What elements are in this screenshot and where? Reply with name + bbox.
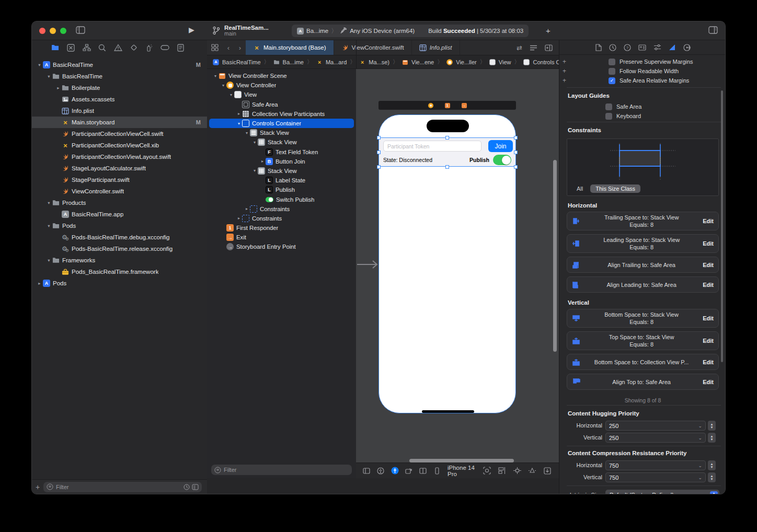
stepper[interactable]: ▲▼ (708, 433, 716, 443)
outline-row[interactable]: ▸Collection View Participants (209, 109, 354, 119)
edit-button[interactable]: Edit (703, 359, 714, 365)
run-destination[interactable]: Any iOS Device (arm64) (350, 28, 415, 34)
selection-handle[interactable] (445, 136, 449, 140)
outline-row[interactable]: ▾Stack View (209, 137, 354, 147)
checkbox[interactable] (605, 103, 612, 110)
disclosure-icon[interactable]: ▾ (251, 168, 258, 173)
stepper[interactable]: ▲▼ (708, 472, 716, 482)
disclosure-icon[interactable]: ▸ (55, 85, 62, 90)
outline-row[interactable]: 1First Responder (209, 223, 354, 233)
checkbox[interactable] (609, 59, 615, 65)
compression-resistance-vertical-combo[interactable]: 750⌄ (605, 472, 706, 482)
inspector-toggle-icon[interactable] (708, 26, 718, 34)
disclosure-icon[interactable]: ▸ (236, 111, 242, 116)
file-tree-row[interactable]: Info.plist (32, 105, 207, 117)
outline-toggle-icon[interactable] (362, 467, 371, 475)
first-responder-dock-icon[interactable]: 1 (445, 103, 450, 108)
constraint-card[interactable]: Align Leading to: Safe AreaEdit (567, 276, 719, 293)
disclosure-icon[interactable]: ▾ (236, 121, 242, 126)
outline-row[interactable]: Switch Publish (209, 194, 354, 204)
join-button[interactable]: Join (488, 140, 513, 152)
content-hugging-horizontal-combo[interactable]: 250⌄ (605, 421, 706, 431)
breadcrumb-item[interactable]: Vie...ene (402, 59, 434, 66)
view-controller-dock-icon[interactable] (428, 103, 433, 108)
run-button[interactable]: ▶ (189, 26, 194, 34)
constraint-card[interactable]: Bottom Space to: Stack ViewEquals: 8Edit (567, 309, 719, 328)
recent-files-icon[interactable] (183, 484, 190, 490)
test-navigator-icon[interactable] (145, 43, 154, 52)
outline-row[interactable]: ▾View Controller (209, 80, 354, 90)
disclosure-icon[interactable]: ▾ (45, 258, 52, 263)
report-navigator-icon[interactable] (176, 43, 185, 52)
file-tree-row[interactable]: StageLayoutCalculator.swift (32, 163, 207, 174)
edit-button[interactable]: Edit (703, 379, 714, 385)
file-tree-row[interactable]: ▾ABasicRealTimeM (32, 59, 207, 71)
file-tree-row[interactable]: ▸APods (32, 277, 207, 289)
checkbox[interactable] (605, 113, 612, 120)
controls-container-view[interactable]: Participant Token Join State: Disconnect… (378, 137, 516, 167)
constraint-card[interactable]: Leading Space to: Stack ViewEquals: 8Edi… (567, 234, 719, 253)
checkbox[interactable] (609, 68, 615, 75)
issue-navigator-icon[interactable] (66, 43, 75, 52)
disclosure-icon[interactable]: ▸ (259, 159, 266, 164)
constraint-card[interactable]: Align Top to: Safe AreaEdit (567, 374, 719, 390)
canvas-horizontal-scrollbar[interactable] (409, 459, 514, 462)
disclosure-icon[interactable]: ▾ (251, 140, 258, 145)
constraint-card[interactable]: Align Trailing to: Safe AreaEdit (567, 257, 719, 273)
file-tree-row[interactable]: ▸Boilerplate (32, 82, 207, 94)
constraint-card[interactable]: Top Space to: Stack ViewEquals: 8Edit (567, 331, 719, 350)
device-label[interactable]: iPhone 14 Pro (448, 465, 483, 477)
breakpoint-navigator-icon[interactable] (129, 43, 138, 52)
disclosure-icon[interactable]: ▾ (212, 74, 219, 78)
file-tree-row[interactable]: ParticipantCollectionViewLayout.swift (32, 151, 207, 163)
outline-row[interactable]: LLabel State (209, 176, 354, 185)
file-tree-row[interactable]: StageParticipant.swift (32, 174, 207, 186)
file-tree-row[interactable]: ▾Products (32, 197, 207, 209)
outline-row[interactable]: ▾Stack View (209, 128, 354, 137)
add-constraints-icon[interactable] (513, 467, 521, 475)
outline-row[interactable]: Safe Area (209, 100, 354, 109)
add-tab-button[interactable]: + (546, 26, 550, 35)
inspector-scrollbar[interactable] (721, 90, 723, 362)
outline-row[interactable]: ▾View (209, 90, 354, 99)
file-tree-row[interactable]: ⚙⚙Pods-BasicRealTime.release.xcconfig (32, 243, 207, 255)
disclosure-icon[interactable]: ▾ (45, 200, 52, 205)
editor-options-icon[interactable] (530, 45, 537, 51)
outline-row[interactable]: →Exit (209, 233, 354, 242)
breadcrumb-item[interactable]: ×Ma...ard (316, 59, 347, 66)
intrinsic-size-popup[interactable]: Default (System Defined)▲▼ (605, 490, 719, 494)
selection-handle[interactable] (514, 151, 518, 154)
outline-row[interactable]: ▾Controls Container (209, 119, 354, 128)
disclosure-icon[interactable]: ▾ (220, 83, 226, 88)
disclosure-icon[interactable]: ▸ (244, 206, 250, 211)
canvas-vertical-scrollbar[interactable] (553, 160, 557, 352)
edit-button[interactable]: Edit (703, 218, 714, 224)
outline-row[interactable]: ▸Constraints (209, 204, 354, 214)
segment-this-size-class[interactable]: This Size Class (590, 184, 640, 193)
forward-button[interactable]: › (234, 40, 246, 55)
disclosure-icon[interactable]: ▾ (45, 74, 52, 79)
segment-all[interactable]: All (577, 186, 583, 192)
selection-handle[interactable] (377, 151, 381, 154)
navigator-toggle-icon[interactable] (76, 26, 85, 34)
help-inspector-icon[interactable]: ? (624, 44, 631, 51)
minimize-window-button[interactable] (50, 28, 56, 34)
disclosure-icon[interactable]: ▸ (36, 281, 43, 286)
warning-navigator-icon[interactable] (113, 43, 122, 52)
outline-row[interactable]: →Storyboard Entry Point (209, 242, 354, 251)
fit-canvas-icon[interactable] (483, 467, 491, 475)
outline-row[interactable]: ▸BButton Join (209, 157, 354, 166)
debug-navigator-icon[interactable] (160, 43, 169, 52)
constraint-card[interactable]: Bottom Space to: Collection View P...Edi… (567, 354, 719, 370)
content-hugging-vertical-combo[interactable]: 250⌄ (605, 433, 706, 443)
add-constraint-plus[interactable]: + (563, 58, 568, 65)
add-constraint-plus[interactable]: + (563, 77, 568, 84)
edit-button[interactable]: Edit (703, 262, 714, 268)
add-editor-icon[interactable] (545, 44, 553, 51)
edit-button[interactable]: Edit (703, 282, 714, 288)
scheme-target[interactable]: Ba...ime (306, 28, 328, 34)
add-file-button[interactable]: + (32, 483, 43, 491)
checkbox[interactable]: ✓ (609, 77, 615, 84)
file-tree-row[interactable]: ▾Pods (32, 220, 207, 232)
edit-button[interactable]: Edit (703, 338, 714, 344)
